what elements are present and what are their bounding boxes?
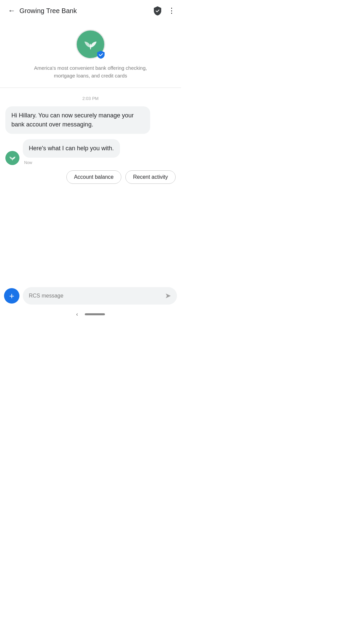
bottom-back-icon[interactable]: ‹ — [76, 311, 78, 317]
chat-area: 2:03 PM Hi Hillary. You can now securely… — [0, 88, 181, 165]
page-title: Growing Tree Bank — [19, 7, 153, 15]
input-area: + ➤ — [0, 284, 181, 308]
send-button[interactable]: ➤ — [165, 291, 171, 300]
chat-scroll-area: 2:03 PM Hi Hillary. You can now securely… — [0, 88, 181, 284]
message-timestamp: 2:03 PM — [5, 96, 176, 101]
message-input-wrapper: ➤ — [23, 287, 177, 305]
profile-description: America's most convenient bank offering … — [27, 64, 154, 79]
bot-avatar-small — [5, 151, 19, 165]
header: ← Growing Tree Bank ⋮ — [0, 0, 181, 21]
app-container: ← Growing Tree Bank ⋮ — [0, 0, 181, 322]
verified-shield-icon[interactable] — [153, 6, 163, 16]
home-indicator — [85, 313, 105, 315]
message-bubble-1: Hi Hillary. You can now securely manage … — [5, 106, 150, 134]
quick-replies: Account balance Recent activity — [0, 165, 181, 189]
profile-section: America's most convenient bank offering … — [0, 21, 181, 88]
more-options-icon[interactable]: ⋮ — [168, 6, 176, 15]
message-bubble-2: Here's what I can help you with. — [23, 139, 120, 158]
bot-logo-icon — [8, 154, 17, 162]
bottom-bar: ‹ — [0, 308, 181, 322]
message-1: Hi Hillary. You can now securely manage … — [5, 106, 150, 136]
message-time: Now — [24, 160, 120, 165]
profile-avatar-wrapper — [76, 30, 105, 59]
message-input[interactable] — [29, 293, 165, 299]
header-icons: ⋮ — [153, 6, 176, 16]
back-button[interactable]: ← — [5, 4, 18, 18]
account-balance-button[interactable]: Account balance — [66, 170, 121, 184]
avatar-verified-badge-icon — [97, 50, 105, 59]
recent-activity-button[interactable]: Recent activity — [125, 170, 176, 184]
add-button[interactable]: + — [4, 288, 19, 304]
message-2-with-avatar: Here's what I can help you with. Now — [5, 139, 176, 165]
